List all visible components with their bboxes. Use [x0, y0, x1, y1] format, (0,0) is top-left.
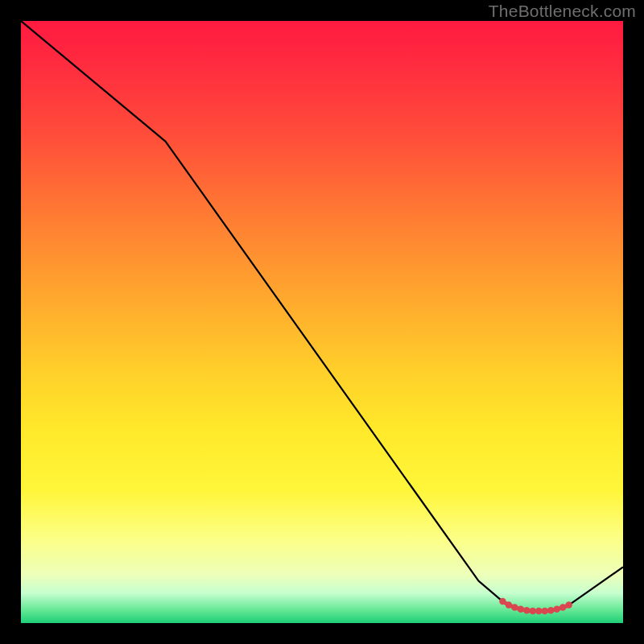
chart-frame: TheBottleneck.com	[0, 0, 644, 644]
plot-area	[21, 21, 623, 623]
watermark-text: TheBottleneck.com	[489, 2, 636, 21]
